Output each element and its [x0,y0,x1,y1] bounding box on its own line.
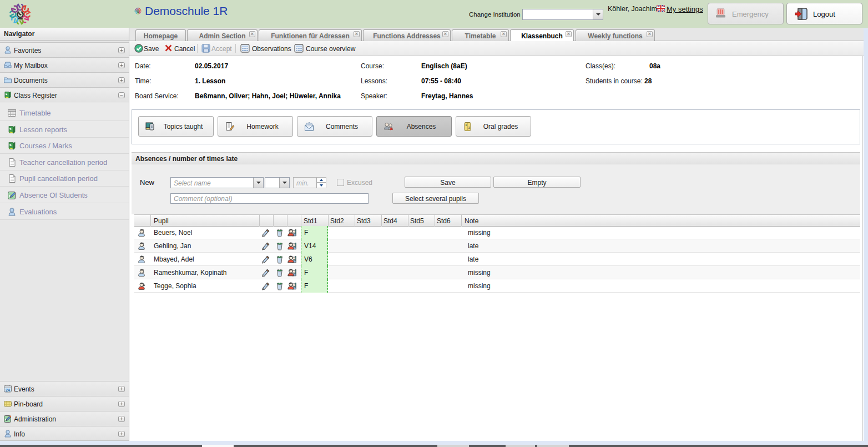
svg-text:1: 1 [465,123,467,127]
svg-text:2: 2 [468,126,470,129]
svg-text:24: 24 [6,388,10,392]
